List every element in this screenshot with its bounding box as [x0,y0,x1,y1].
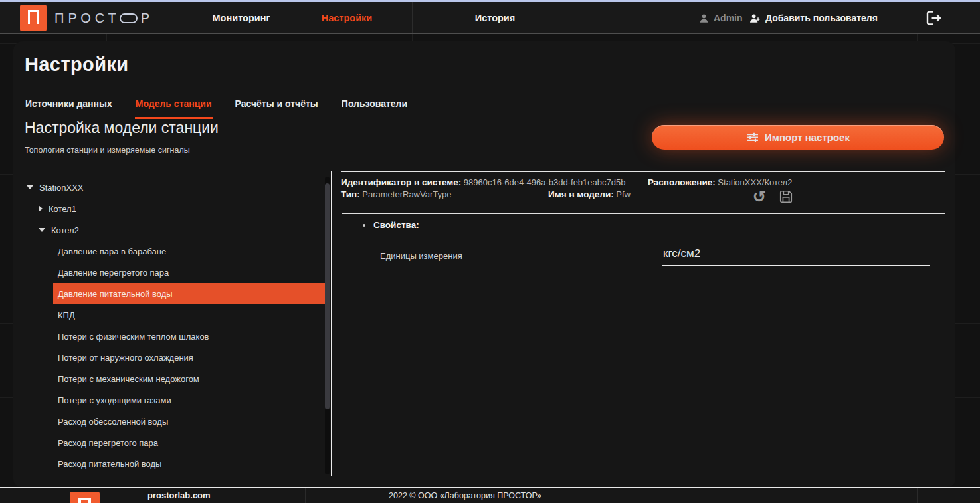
admin-label: Admin [714,13,743,23]
admin-user[interactable]: Admin [699,2,743,34]
brand-wordmark-end: Р [141,11,153,26]
id-label: Идентификатор в системе: [341,177,461,187]
signal-details-panel: Идентификатор в системе: 98960c16-6de4-4… [341,171,945,271]
footer-separator [917,488,918,503]
brand-logo[interactable]: ПРОСТР [20,5,153,31]
settings-tabs: Источники данных Модель станции Расчёты … [25,92,945,118]
logout-icon [925,10,942,26]
type-label: Тип: [341,189,360,199]
tree-item[interactable]: Потери с физическим теплом шлаков [53,326,326,347]
id-value: 98960c16-6de4-496a-b3dd-feb1eabc7d5b [464,177,626,187]
tree-item[interactable]: Расход обессоленной воды [53,411,326,432]
footer: prostorlab.com 2022 © ООО «Лаборатория П… [0,487,980,503]
tab-calculations-reports[interactable]: Расчёты и отчёты [235,92,319,118]
caret-down-icon [39,228,45,232]
footer-separator [305,488,306,503]
save-icon[interactable] [779,189,793,204]
nav-item-settings[interactable]: Настройки [322,2,373,34]
model-name-value: Pfw [616,189,631,199]
settings-card: Настройки Источники данных Модель станци… [13,41,955,487]
nav-item-monitoring[interactable]: Мониторинг [213,2,270,34]
nav-item-history[interactable]: История [475,2,516,34]
tree-node-label: Котел2 [51,225,79,235]
sliders-icon [746,132,759,143]
station-tree: StationXXX Котел1 Котел2 Давление пара в… [25,177,327,474]
location-value: StationXXX/Котел2 [718,177,792,187]
tree-item[interactable]: Давление перегретого пара [53,262,326,283]
property-value-input[interactable] [662,245,930,266]
tree-node-boiler1[interactable]: Котел1 [25,198,327,219]
tree-item[interactable]: Потери от наружного охлаждения [53,347,326,368]
brand-logo-icon [20,5,47,31]
footer-logo-icon [70,492,100,503]
navbar-separator [637,2,637,33]
footer-site-link[interactable]: prostorlab.com [147,490,211,500]
tree-scrollbar-track[interactable] [325,177,330,474]
add-user-button[interactable]: Добавить пользователя [749,2,878,34]
tree-item[interactable]: Давление пара в барабане [53,241,326,262]
tree-item[interactable]: Потери с механическим недожогом [53,368,326,389]
add-user-icon [749,13,761,23]
properties-label: Свойства: [373,220,419,230]
brand-o-pill-icon [120,13,138,23]
brand-wordmark-start: ПРОСТ [54,11,120,26]
tab-station-model[interactable]: Модель станции [135,92,213,119]
bullet-icon [363,224,365,227]
property-name-label: Единицы измерения [380,251,462,261]
undo-icon[interactable]: ↺ [753,189,766,204]
navbar-separator [278,2,278,33]
tree-item[interactable]: Расход питательной воды [53,453,326,474]
tree-item-selected[interactable]: Давление питательной воды [53,283,326,304]
logout-button[interactable] [925,2,942,34]
tree-item[interactable]: Расход перегретого пара [53,432,326,453]
tab-data-sources[interactable]: Источники данных [25,92,113,118]
user-icon [699,13,709,23]
type-value: ParameterRawVarType [362,189,451,199]
add-user-label: Добавить пользователя [765,13,878,23]
panel-divider [331,171,332,476]
import-settings-label: Импорт настроек [765,132,850,143]
page-title: Настройки [25,54,129,76]
navbar-separator [412,2,413,33]
footer-copyright: 2022 © ООО «Лаборатория ПРОСТОР» [389,491,541,500]
tree-node-station[interactable]: StationXXX [25,177,327,198]
top-navbar: ПРОСТР Мониторинг Настройки История Admi… [0,2,980,34]
section-subtitle: Топология станции и измеряемые сигналы [25,146,190,155]
tree-item[interactable]: Потери с уходящими газами [53,389,326,411]
footer-separator [623,488,623,503]
tab-users[interactable]: Пользователи [341,92,408,118]
caret-right-icon [39,205,43,212]
caret-down-icon [27,185,33,189]
section-title: Настройка модели станции [25,119,219,137]
top-accent-line [0,0,980,2]
location-label: Расположение: [648,177,716,187]
tree-scrollbar-thumb[interactable] [325,183,330,409]
tree-item[interactable]: КПД [53,304,326,326]
tree-node-boiler2[interactable]: Котел2 [25,219,327,241]
tree-node-label: Котел1 [49,204,76,214]
import-settings-button[interactable]: Импорт настроек [652,125,944,150]
brand-wordmark: ПРОСТР [54,11,153,26]
tree-node-label: StationXXX [39,183,84,193]
model-name-label: Имя в модели: [548,189,614,199]
